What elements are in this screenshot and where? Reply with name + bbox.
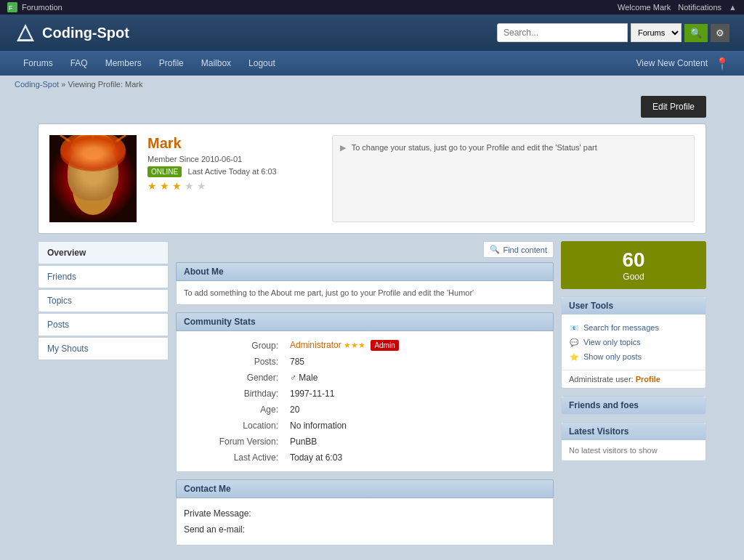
private-message-label: Private Message: <box>184 506 546 522</box>
tool-search-messages[interactable]: 📧 Search for messages <box>569 320 698 335</box>
nav-members[interactable]: Members <box>97 51 150 76</box>
posts-value: 785 <box>284 354 547 370</box>
breadcrumb-home[interactable]: Coding-Spot <box>15 80 59 89</box>
nav-faq[interactable]: FAQ <box>62 51 97 76</box>
site-logo[interactable]: Coding-Spot <box>15 22 129 44</box>
table-row: Birthday: 1997-11-11 <box>182 386 547 402</box>
score-label: Good <box>568 272 699 282</box>
about-me-header: About Me <box>176 262 554 281</box>
topics-link[interactable]: Topics <box>47 296 72 306</box>
sidebar-item-overview[interactable]: Overview <box>38 241 169 264</box>
last-active: Last Active Today at 6:03 <box>188 167 277 176</box>
notifications-link[interactable]: Notifications <box>678 3 721 12</box>
stats-table: Group: Administrator ★★★ Admin Posts: 78… <box>182 337 547 466</box>
about-me-section: About Me To add something to the About m… <box>176 262 554 305</box>
contact-me-body: Private Message: Send an e-mail: <box>176 498 554 545</box>
tool-view-topics[interactable]: 💬 View only topics <box>569 335 698 349</box>
table-row: Last Active: Today at 6:03 <box>182 450 547 466</box>
table-row: Posts: 785 <box>182 354 547 370</box>
tool-show-posts-label: Show only posts <box>583 352 642 361</box>
contact-me-header: Contact Me <box>176 479 554 498</box>
svg-point-11 <box>96 170 102 176</box>
tool-show-posts[interactable]: ⭐ Show only posts <box>569 349 698 364</box>
sidebar-item-posts[interactable]: Posts <box>38 313 169 336</box>
member-since: Member Since 2010-06-01 <box>147 155 321 163</box>
posts-link[interactable]: Posts <box>47 320 69 330</box>
group-label: Group: <box>182 337 284 354</box>
nav-profile[interactable]: Profile <box>150 51 193 76</box>
birthday-label: Birthday: <box>182 386 284 402</box>
community-stats-body: Group: Administrator ★★★ Admin Posts: 78… <box>176 331 554 472</box>
logo-text: Coding-Spot <box>42 25 129 41</box>
sidebar: Overview Friends Topics Posts My Shouts <box>38 241 169 553</box>
star-2: ★ <box>160 180 169 192</box>
age-label: Age: <box>182 402 284 418</box>
score-value: 60 <box>568 248 699 272</box>
forumotion-logo-icon: F <box>7 2 17 12</box>
table-row: Group: Administrator ★★★ Admin <box>182 337 547 354</box>
content-layout: Overview Friends Topics Posts My Shouts … <box>38 241 706 553</box>
tool-view-topics-label: View only topics <box>583 338 641 346</box>
top-bar-right: Welcome Mark Notifications ▲ <box>618 3 737 12</box>
nav-forums[interactable]: Forums <box>15 51 62 76</box>
user-tools-header: User Tools <box>562 297 705 315</box>
top-bar: F Forumotion Welcome Mark Notifications … <box>0 0 744 15</box>
tool-search-messages-label: Search for messages <box>583 323 659 332</box>
sidebar-item-friends[interactable]: Friends <box>38 265 169 288</box>
svg-point-8 <box>77 155 109 190</box>
no-visitors-text: No latest visitors to show <box>569 446 658 455</box>
friends-link[interactable]: Friends <box>47 272 76 282</box>
top-bar-brand: F Forumotion <box>7 2 62 12</box>
gender-label: Gender: <box>182 370 284 386</box>
friends-foes-box: Friends and foes <box>561 396 706 415</box>
star-4: ★ <box>185 180 194 192</box>
find-content-row: 🔍 Find content <box>176 241 554 258</box>
find-content-button[interactable]: 🔍 Find content <box>483 241 554 258</box>
gender-value: ♂ Male <box>284 370 547 386</box>
user-tools-box: User Tools 📧 Search for messages 💬 View … <box>561 296 706 389</box>
posts-label: Posts: <box>182 354 284 370</box>
pin-icon: 📍 <box>715 57 729 70</box>
svg-point-10 <box>84 170 90 176</box>
edit-profile-button[interactable]: Edit Profile <box>641 96 706 118</box>
community-stats-section: Community Stats Group: Administrator ★★★… <box>176 312 554 472</box>
breadcrumb-current: Viewing Profile: Mark <box>68 80 142 89</box>
group-name: Administrator <box>290 340 341 350</box>
group-value: Administrator ★★★ Admin <box>284 337 547 354</box>
search-bar: Forums 🔍 ⚙ <box>497 23 729 42</box>
myshouts-link[interactable]: My Shouts <box>47 344 89 354</box>
breadcrumb: Coding-Spot » Viewing Profile: Mark <box>0 76 744 93</box>
star-3: ★ <box>172 180 182 192</box>
online-badge: ONLINE <box>147 166 182 177</box>
sidebar-item-myshouts[interactable]: My Shouts <box>38 337 169 360</box>
find-content-label: Find content <box>503 245 547 254</box>
user-tools-body: 📧 Search for messages 💬 View only topics… <box>562 315 705 370</box>
nav-left: Forums FAQ Members Profile Mailbox Logou… <box>15 51 284 76</box>
welcome-text: Welcome Mark <box>618 3 671 12</box>
about-me-body: To add something to the About me part, j… <box>176 281 554 305</box>
friends-foes-header: Friends and foes <box>562 397 705 414</box>
birthday-value: 1997-11-11 <box>284 386 547 402</box>
settings-button[interactable]: ⚙ <box>711 24 729 42</box>
search-button[interactable]: 🔍 <box>684 24 708 42</box>
topics-icon: 💬 <box>569 337 579 347</box>
latest-visitors-header: Latest Visitors <box>562 423 705 440</box>
nav-mailbox[interactable]: Mailbox <box>193 51 240 76</box>
message-icon: 📧 <box>569 322 579 333</box>
sidebar-item-topics[interactable]: Topics <box>38 289 169 312</box>
table-row: Forum Version: PunBB <box>182 434 547 450</box>
admin-user-row: Administrate user: Profile <box>562 370 705 388</box>
main-content: 🔍 Find content About Me To add something… <box>176 241 554 553</box>
search-scope-select[interactable]: Forums <box>631 23 682 42</box>
view-new-content-link[interactable]: View New Content <box>636 58 708 68</box>
admin-badge: Admin <box>371 340 398 351</box>
admin-profile-link[interactable]: Profile <box>636 375 660 384</box>
edit-profile-row: Edit Profile <box>38 96 706 118</box>
main-nav: Forums FAQ Members Profile Mailbox Logou… <box>0 51 744 76</box>
nav-logout[interactable]: Logout <box>240 51 284 76</box>
search-input[interactable] <box>497 23 628 42</box>
group-stars: ★★★ <box>344 341 365 349</box>
forum-version-value: PunBB <box>284 434 547 450</box>
star-5: ★ <box>197 180 206 192</box>
status-text: To change your status, just go to your P… <box>352 143 597 152</box>
